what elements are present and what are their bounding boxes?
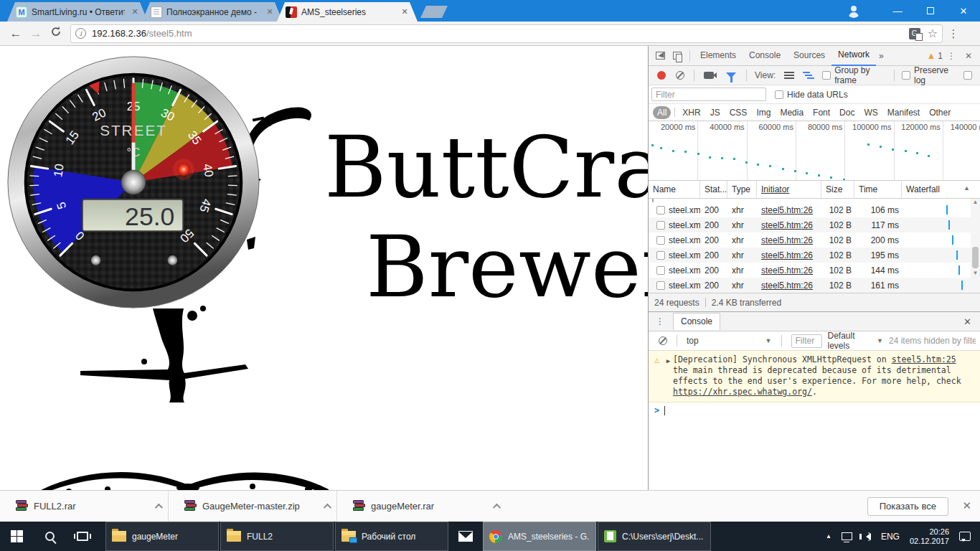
download-options-chevron-icon[interactable] bbox=[324, 503, 331, 511]
bookmark-star-icon[interactable]: ☆ bbox=[928, 27, 938, 40]
tab-ams-steelseries[interactable]: AMS_steelseries ✕ bbox=[277, 2, 418, 22]
table-row[interactable]: steel.xml200xhrsteel5.htm:26102 B161 ms bbox=[649, 278, 980, 293]
devtools-tab-console[interactable]: Console bbox=[743, 46, 787, 65]
tab-close-icon[interactable]: ✕ bbox=[399, 7, 410, 17]
record-button[interactable] bbox=[657, 71, 666, 80]
row-checkbox[interactable] bbox=[656, 266, 665, 275]
minimize-button[interactable]: — bbox=[881, 0, 914, 22]
initiator-link[interactable]: steel5.htm:26 bbox=[761, 281, 813, 291]
table-row[interactable]: steel.xml200xhrsteel5.htm:26102 B200 ms bbox=[649, 232, 980, 248]
list-view-icon[interactable] bbox=[784, 72, 794, 79]
tab-close-icon[interactable]: ✕ bbox=[264, 7, 275, 17]
new-tab-button[interactable] bbox=[420, 6, 448, 18]
network-overview[interactable]: 20000 ms40000 ms60000 ms80000 ms100000 m… bbox=[649, 121, 980, 181]
expand-arrow-icon[interactable]: ▶ bbox=[666, 356, 670, 397]
more-tabs-icon[interactable]: » bbox=[876, 51, 887, 61]
table-row[interactable]: steel.xml200xhrsteel5.htm:26102 B195 ms bbox=[649, 248, 980, 263]
network-filter-input[interactable] bbox=[651, 88, 766, 101]
taskbar-app-рабочий-стол[interactable]: Рабочий стол bbox=[335, 522, 448, 551]
initiator-link[interactable]: steel5.htm:26 bbox=[761, 265, 813, 276]
maximize-button[interactable] bbox=[914, 0, 947, 22]
tab-smartliving[interactable]: M SmartLiving.ru • Ответит ✕ bbox=[7, 2, 148, 22]
filter-chip-js[interactable]: JS bbox=[706, 106, 725, 119]
download-item[interactable]: GaugeMeter-master.zip bbox=[169, 491, 337, 522]
filter-chip-other[interactable]: Other bbox=[925, 106, 955, 119]
overview-view-icon[interactable] bbox=[803, 72, 814, 79]
column-name[interactable]: Name bbox=[649, 181, 700, 198]
devtools-tab-elements[interactable]: Elements bbox=[694, 46, 743, 65]
initiator-link[interactable]: steel5.htm:26 bbox=[761, 205, 813, 215]
column-type[interactable]: Type bbox=[727, 181, 757, 198]
show-all-downloads-button[interactable]: Показать все bbox=[867, 497, 948, 516]
scroll-down-icon[interactable]: ▼ bbox=[973, 270, 979, 276]
action-center-button[interactable] bbox=[959, 532, 971, 541]
tab-close-icon[interactable]: ✕ bbox=[129, 7, 141, 17]
hide-data-urls-checkbox[interactable] bbox=[775, 90, 783, 99]
column-status[interactable]: Stat... bbox=[700, 181, 727, 198]
column-waterfall[interactable]: Waterfall▲ bbox=[902, 181, 980, 198]
volume-tray-icon[interactable] bbox=[862, 533, 871, 540]
filter-chip-manifest[interactable]: Manifest bbox=[883, 106, 924, 119]
column-initiator[interactable]: Initiator bbox=[757, 181, 821, 198]
scroll-thumb[interactable] bbox=[972, 247, 979, 268]
translate-icon[interactable]: G bbox=[909, 28, 920, 39]
taskbar-app-mail[interactable] bbox=[449, 522, 482, 551]
devtools-tab-sources[interactable]: Sources bbox=[787, 46, 831, 65]
language-indicator[interactable]: ENG bbox=[881, 532, 900, 542]
row-checkbox[interactable] bbox=[656, 206, 665, 215]
initiator-link[interactable]: steel5.htm:26 bbox=[761, 250, 813, 260]
column-time[interactable]: Time bbox=[854, 181, 902, 198]
taskbar-app-ams-steelseries-g-[interactable]: AMS_steelseries - G... bbox=[483, 522, 596, 551]
source-link[interactable]: steel5.htm:25 bbox=[892, 354, 956, 364]
filter-chip-font[interactable]: Font bbox=[809, 106, 834, 119]
tab-demo[interactable]: Полноэкранное демо - ✕ bbox=[142, 2, 283, 22]
clear-network-icon[interactable] bbox=[676, 71, 684, 80]
task-view-button[interactable] bbox=[66, 522, 99, 551]
device-toolbar-icon[interactable] bbox=[669, 49, 686, 63]
filter-chip-img[interactable]: Img bbox=[752, 106, 775, 119]
search-button[interactable] bbox=[33, 522, 66, 551]
console-filter-input[interactable]: Filter bbox=[791, 334, 822, 348]
back-button[interactable]: ← bbox=[6, 27, 26, 41]
filter-chip-ws[interactable]: WS bbox=[859, 106, 882, 119]
reload-button[interactable] bbox=[46, 26, 66, 41]
download-item[interactable]: FULL2.rar bbox=[0, 491, 169, 522]
download-options-chevron-icon[interactable] bbox=[155, 503, 163, 511]
inspect-element-icon[interactable] bbox=[651, 49, 669, 63]
address-bar[interactable]: i 192.168.2.36/steel5.htm G ☆ bbox=[70, 24, 943, 43]
scroll-up-icon[interactable]: ▲ bbox=[973, 199, 979, 205]
initiator-link[interactable]: steel5.htm:26 bbox=[761, 235, 813, 245]
drawer-menu-icon[interactable]: ⋮ bbox=[653, 316, 667, 326]
initiator-link[interactable]: steel5.htm:26 bbox=[761, 220, 813, 230]
row-checkbox[interactable] bbox=[656, 251, 665, 260]
filter-chip-media[interactable]: Media bbox=[776, 106, 808, 119]
table-scrollbar[interactable]: ▲▼ bbox=[971, 199, 980, 293]
log-levels-selector[interactable]: Default levels▼ bbox=[828, 331, 883, 351]
forward-button[interactable]: → bbox=[26, 27, 46, 41]
column-size[interactable]: Size bbox=[821, 181, 854, 198]
taskbar-app-c-users-serj-deskt-[interactable]: C:\Users\serj\Deskt... bbox=[598, 522, 711, 551]
download-options-chevron-icon[interactable] bbox=[493, 503, 501, 511]
taskbar-app-full2[interactable]: FULL2 bbox=[220, 522, 334, 551]
browser-menu-icon[interactable]: ⋮ bbox=[943, 27, 964, 40]
hidden-icons-button[interactable]: ▲ bbox=[826, 533, 831, 540]
devtools-menu-icon[interactable]: ⋮ bbox=[943, 49, 960, 63]
clear-console-icon[interactable] bbox=[659, 336, 667, 345]
spec-link[interactable]: https://xhr.spec.whatwg.org/ bbox=[673, 387, 812, 397]
devtools-tab-network[interactable]: Network bbox=[831, 45, 876, 66]
taskbar-clock[interactable]: 20:2602.12.2017 bbox=[910, 527, 949, 546]
row-checkbox[interactable] bbox=[656, 221, 665, 230]
download-item[interactable]: gaugeMeter.rar bbox=[337, 491, 506, 522]
console-prompt[interactable]: > bbox=[649, 402, 980, 418]
drawer-close-icon[interactable]: ✕ bbox=[959, 316, 976, 327]
preserve-log-checkbox[interactable] bbox=[902, 71, 910, 80]
filter-chip-all[interactable]: All bbox=[653, 106, 671, 119]
filter-chip-xhr[interactable]: XHR bbox=[678, 106, 705, 119]
console-drawer-tab[interactable]: Console bbox=[673, 313, 720, 330]
row-checkbox[interactable] bbox=[656, 236, 665, 245]
filter-chip-doc[interactable]: Doc bbox=[835, 106, 859, 119]
context-selector[interactable]: top▼ bbox=[687, 336, 772, 346]
network-tray-icon[interactable] bbox=[842, 532, 852, 540]
close-button[interactable]: ✕ bbox=[947, 0, 980, 22]
screenshot-capture-icon[interactable] bbox=[704, 72, 714, 79]
